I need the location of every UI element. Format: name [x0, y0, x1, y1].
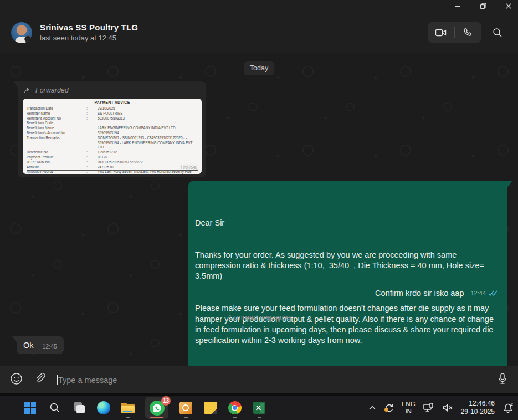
message-composer: Type a message	[0, 366, 518, 393]
system-tray: ENG IN 12:46:46 29-10-2025	[368, 396, 514, 420]
volume-button[interactable]	[442, 403, 454, 413]
message-input[interactable]: Type a message	[57, 375, 486, 385]
payment-row-colon: :	[76, 116, 98, 121]
avatar-watch-badge	[24, 35, 32, 43]
message-line: Dear Sir	[195, 218, 501, 228]
text-caret	[57, 375, 58, 385]
start-button[interactable]	[23, 397, 37, 419]
payment-divider-top	[27, 105, 198, 105]
payment-row-value: DOMRTGS01 - SBIN0001293 - C8490329102512…	[98, 136, 198, 150]
video-call-button[interactable]	[432, 23, 450, 42]
payment-row-label: UTR / RRN No	[27, 160, 76, 165]
payment-row-label: Payment Product	[27, 155, 76, 160]
outgoing-message-short[interactable]: Confirm krdo sir isko aap 12:44	[368, 284, 504, 302]
date-divider: Today	[244, 61, 274, 75]
folder-icon	[121, 403, 135, 413]
message-time: 12:25	[181, 164, 197, 171]
running-indicator	[184, 417, 188, 418]
payment-advice-title: PAYMENT ADVICE	[27, 100, 198, 104]
taskbar-clock[interactable]: 12:46:46 29-10-2025	[461, 399, 495, 416]
file-explorer-button[interactable]	[121, 397, 135, 419]
conversation-panel[interactable]: Today Forwarded PAYMENT ADVICE Transacti…	[0, 53, 518, 366]
emoji-button[interactable]	[10, 372, 23, 387]
tray-date: 29-10-2025	[461, 408, 495, 416]
payment-row: Transaction Remarks : DOMRTGS01 - SBIN00…	[27, 136, 198, 150]
active-indicator	[150, 417, 163, 418]
payment-row-value: 29/10/2025	[98, 106, 198, 111]
windows-logo-icon	[24, 402, 36, 414]
read-receipt-icon	[488, 290, 498, 296]
bubble-tail	[12, 336, 17, 342]
contact-info[interactable]: Srinivas SS Poultry TLG last seen today …	[40, 23, 428, 42]
payment-row-value: RTGS	[98, 155, 198, 160]
payment-row: Amount : 247275.00	[27, 165, 198, 170]
payment-row: UTR / RRN No : HDFCR52025102977222772	[27, 160, 198, 165]
search-icon	[49, 402, 61, 414]
outlook-button[interactable]	[179, 397, 193, 419]
unread-messages-divider: 1 unread message	[0, 313, 518, 321]
payment-row-label: Transaction Date	[27, 106, 76, 111]
forwarded-label: Forwarded	[35, 86, 69, 94]
payment-row-colon: :	[76, 126, 98, 131]
search-chat-button[interactable]	[488, 23, 507, 42]
voice-call-button[interactable]	[459, 23, 478, 42]
forward-arrow-icon	[24, 87, 32, 94]
voice-record-button[interactable]	[497, 372, 508, 388]
payment-row: Payment Product : RTGS	[27, 155, 198, 160]
attach-button[interactable]	[34, 372, 46, 387]
language-line2: IN	[402, 408, 416, 415]
window-controls	[454, 0, 512, 12]
taskbar-apps: 13	[23, 396, 266, 420]
payment-row-value: 35909903194	[98, 131, 198, 136]
message-text: Ok	[23, 341, 34, 350]
tray-overflow-button[interactable]	[368, 405, 377, 411]
chrome-icon	[228, 401, 242, 414]
running-indicator	[258, 417, 261, 418]
payment-row: Reference No : 1296351732	[27, 150, 198, 155]
payment-divider-bottom	[27, 170, 198, 171]
forwarded-indicator: Forwarded	[23, 86, 202, 94]
notification-badge: 13	[161, 396, 171, 406]
network-button[interactable]	[423, 402, 435, 413]
avatar[interactable]	[11, 22, 32, 43]
sync-status-button[interactable]	[384, 403, 394, 413]
payment-row-colon: :	[76, 121, 98, 126]
close-button[interactable]	[505, 2, 512, 10]
payment-row-colon: :	[76, 131, 98, 136]
message-meta: 12:44	[470, 290, 498, 296]
task-view-button[interactable]	[72, 397, 86, 419]
message-text: Confirm krdo sir isko aap	[375, 289, 464, 298]
language-indicator[interactable]: ENG IN	[402, 401, 416, 415]
payment-row-label: Beneficiary Name	[27, 126, 76, 131]
payment-row-colon: :	[76, 136, 98, 150]
call-button-group	[428, 22, 481, 43]
whatsapp-button[interactable]: 13	[145, 397, 168, 419]
payment-row-value: 1296351732	[98, 150, 198, 155]
sync-alert-dot	[384, 408, 388, 412]
payment-row-label: Beneficiary Code	[27, 121, 76, 126]
payment-row: Beneficiary Code :	[27, 121, 198, 126]
sticky-notes-button[interactable]	[203, 397, 217, 419]
edge-icon	[97, 401, 110, 414]
chevron-up-icon	[368, 405, 377, 411]
tray-time: 12:46:46	[461, 399, 495, 408]
restore-button[interactable]	[479, 2, 487, 10]
incoming-forwarded-message[interactable]: Forwarded PAYMENT ADVICE Transaction Dat…	[18, 81, 206, 177]
chat-header: Srinivas SS Poultry TLG last seen today …	[0, 12, 518, 53]
incoming-message-ok[interactable]: Ok 12:45	[17, 336, 64, 354]
chrome-button[interactable]	[228, 397, 242, 419]
message-line: Please make sure your feed formulation d…	[195, 303, 501, 346]
payment-advice-image[interactable]: PAYMENT ADVICE Transaction Date : 29/10/…	[23, 99, 202, 174]
edge-button[interactable]	[96, 397, 110, 419]
excel-button[interactable]	[252, 397, 266, 419]
payment-row-colon: :	[76, 106, 98, 111]
payment-row-label: Beneficiary's Account No	[27, 131, 76, 136]
payment-row-label: Remitter Name	[27, 111, 76, 116]
notification-center-button[interactable]	[502, 402, 514, 413]
payment-row: Remitter Name : SS POULTRIES	[27, 111, 198, 116]
payment-row-label: Amount	[27, 165, 76, 170]
minimize-button[interactable]	[454, 2, 461, 10]
payment-row: Beneficiary's Account No : 35909903194	[27, 131, 198, 136]
running-indicator	[126, 417, 130, 418]
taskbar-search-button[interactable]	[48, 397, 61, 419]
